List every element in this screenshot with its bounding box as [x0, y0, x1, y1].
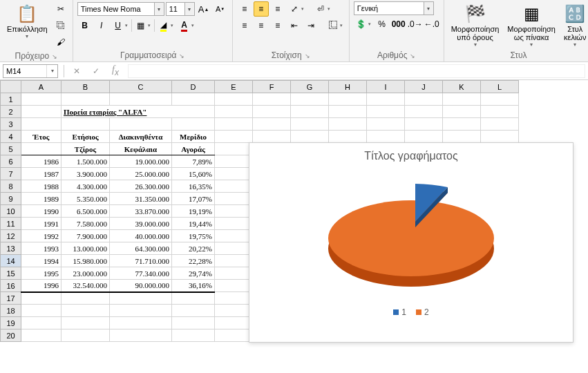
column-header[interactable]: C — [110, 81, 172, 93]
cell[interactable] — [61, 118, 110, 131]
currency-button[interactable]: 💲 — [354, 17, 373, 32]
grow-font-button[interactable]: A▲ — [196, 1, 211, 17]
font-size-combo[interactable]: ▾ — [166, 2, 195, 16]
select-all-corner[interactable] — [1, 81, 21, 93]
cell[interactable] — [110, 305, 172, 317]
cell[interactable]: 26.300.000 — [110, 180, 172, 193]
cell[interactable] — [367, 106, 405, 118]
cell[interactable] — [172, 93, 215, 106]
cell[interactable] — [110, 118, 172, 131]
cell[interactable]: Μερίδιο — [172, 131, 215, 143]
cell[interactable]: 19,19% — [172, 205, 215, 218]
cell[interactable]: 1993 — [21, 242, 61, 255]
cell[interactable]: 40.000.000 — [110, 230, 172, 242]
cell[interactable]: 33.870.000 — [110, 205, 172, 218]
cell[interactable]: 5.350.000 — [61, 193, 110, 205]
cell[interactable]: 32.540.000 — [61, 280, 110, 292]
cell[interactable] — [215, 329, 253, 342]
cell[interactable] — [481, 118, 519, 131]
cell[interactable]: 1987 — [21, 168, 61, 180]
cell[interactable] — [291, 93, 329, 106]
cell[interactable] — [21, 143, 61, 155]
align-top-button[interactable]: ≡ — [237, 1, 252, 17]
column-header[interactable]: I — [367, 81, 405, 93]
cell[interactable] — [291, 118, 329, 131]
column-header[interactable]: K — [443, 81, 481, 93]
cell[interactable] — [215, 267, 253, 280]
cell[interactable] — [61, 317, 110, 329]
cell[interactable] — [253, 106, 291, 118]
align-bottom-button[interactable]: ≡ — [270, 1, 285, 17]
cell[interactable] — [61, 292, 110, 305]
embedded-chart[interactable]: Τίτλος γραφήματος 1 2 — [249, 142, 573, 343]
cell[interactable] — [443, 131, 481, 143]
cell[interactable]: 36,16% — [172, 280, 215, 292]
chevron-down-icon[interactable]: ▾ — [46, 65, 57, 77]
cell[interactable]: 64.300.000 — [110, 242, 172, 255]
cell[interactable] — [291, 106, 329, 118]
cell[interactable]: 39.000.000 — [110, 218, 172, 230]
cell[interactable] — [215, 131, 253, 143]
cell[interactable]: 15,60% — [172, 168, 215, 180]
row-header[interactable]: 17 — [1, 292, 21, 305]
row-header[interactable]: 2 — [1, 106, 21, 118]
copy-button[interactable]: ⿻ — [53, 18, 68, 33]
cell[interactable]: Τζίρος — [61, 143, 110, 155]
formula-input[interactable] — [128, 64, 585, 78]
wrap-text-button[interactable]: ⏎ — [313, 1, 332, 17]
orientation-button[interactable]: ⤢ — [287, 1, 306, 17]
bold-button[interactable]: B — [77, 18, 93, 33]
cell[interactable] — [215, 106, 253, 118]
align-middle-button[interactable]: ≡ — [254, 1, 269, 17]
cell[interactable] — [110, 292, 172, 305]
cell[interactable] — [253, 131, 291, 143]
fx-button[interactable]: fx — [108, 64, 122, 78]
cell[interactable]: 1991 — [21, 218, 61, 230]
cell[interactable] — [405, 93, 443, 106]
font-name-combo[interactable]: ▾ — [77, 2, 164, 16]
cell[interactable]: 1988 — [21, 180, 61, 193]
column-header[interactable]: F — [253, 81, 291, 93]
cancel-formula-button[interactable]: ✕ — [70, 64, 84, 78]
cell[interactable]: 1.500.000 — [61, 155, 110, 168]
cell[interactable] — [172, 118, 215, 131]
shrink-font-button[interactable]: A▼ — [213, 1, 228, 17]
cell[interactable] — [215, 292, 253, 305]
cell[interactable]: 6.500.000 — [61, 205, 110, 218]
cell[interactable]: 90.000.000 — [110, 280, 172, 292]
underline-button[interactable]: U — [111, 18, 130, 33]
row-header[interactable]: 7 — [1, 168, 21, 180]
conditional-format-button[interactable]: 🏁 Μορφοποίηση υπό όρους▾ — [448, 1, 502, 49]
format-as-table-button[interactable]: ▦ Μορφοποίηση ως πίνακα▾ — [504, 1, 558, 49]
column-header[interactable]: B — [61, 81, 110, 93]
font-launcher-icon[interactable]: ↘ — [179, 52, 184, 59]
cell[interactable]: Πορεία εταιρίας "ALFA" — [61, 106, 215, 118]
cell[interactable]: 7.900.000 — [61, 230, 110, 242]
cell[interactable]: 1986 — [21, 155, 61, 168]
name-box-input[interactable] — [3, 65, 46, 77]
cell[interactable]: 16,35% — [172, 180, 215, 193]
cell[interactable]: 4.300.000 — [61, 180, 110, 193]
paste-button[interactable]: 📋 Επικόλληση ▾ — [4, 1, 50, 41]
merge-button[interactable]: ⿺ — [325, 18, 345, 33]
cell[interactable] — [215, 180, 253, 193]
cell[interactable] — [367, 93, 405, 106]
cell[interactable]: 1995 — [21, 267, 61, 280]
cell[interactable] — [215, 242, 253, 255]
cell[interactable]: 31.350.000 — [110, 193, 172, 205]
cell[interactable]: 22,28% — [172, 255, 215, 267]
cell[interactable] — [215, 155, 253, 168]
cell[interactable] — [21, 329, 61, 342]
cell[interactable]: Ετήσιος — [61, 131, 110, 143]
italic-button[interactable]: I — [94, 18, 109, 33]
cell[interactable] — [215, 118, 253, 131]
font-color-button[interactable]: A — [177, 18, 196, 33]
align-launcher-icon[interactable]: ↘ — [305, 52, 310, 59]
row-header[interactable]: 8 — [1, 180, 21, 193]
align-right-button[interactable]: ≡ — [270, 18, 285, 33]
increase-decimal-button[interactable]: .0→ — [408, 17, 423, 32]
cell[interactable]: 77.340.000 — [110, 267, 172, 280]
decrease-indent-button[interactable]: ⇤ — [287, 18, 302, 33]
cell[interactable] — [405, 118, 443, 131]
cell[interactable] — [367, 118, 405, 131]
